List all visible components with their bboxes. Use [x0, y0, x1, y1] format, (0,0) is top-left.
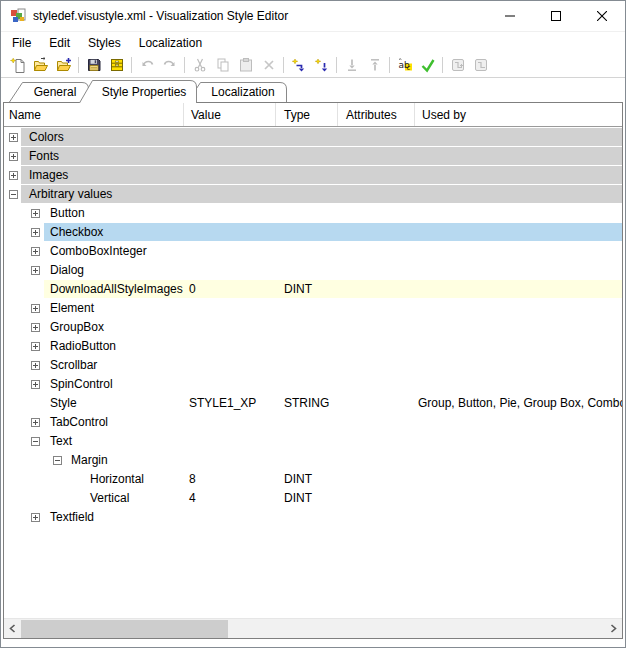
- row-type: DINT: [284, 470, 312, 489]
- table-row[interactable]: TabControl: [4, 413, 622, 432]
- table-row[interactable]: Fonts: [4, 147, 622, 166]
- move-up-icon: [367, 57, 383, 73]
- table-row[interactable]: Text: [4, 432, 622, 451]
- column-header-type[interactable]: Type: [284, 103, 310, 127]
- menu-localization[interactable]: Localization: [130, 32, 211, 53]
- table-row[interactable]: Scrollbar: [4, 356, 622, 375]
- expander-minus-icon[interactable]: [9, 190, 18, 199]
- new-style-property-button[interactable]: [287, 54, 310, 76]
- toolbar-separator: [283, 57, 284, 73]
- localization-export-button: [446, 54, 469, 76]
- new-sub-property-button[interactable]: [310, 54, 333, 76]
- row-used-by: Group, Button, Pie, Group Box, Combo Bo: [418, 394, 622, 413]
- expander-plus-icon[interactable]: [9, 171, 18, 180]
- horizontal-scrollbar[interactable]: [4, 618, 622, 638]
- table-row[interactable]: Horizontal8DINT: [4, 470, 622, 489]
- open-add-file-icon: [56, 57, 72, 73]
- row-name: Scrollbar: [50, 356, 97, 375]
- column-separator[interactable]: [337, 103, 338, 126]
- table-header: NameValueTypeAttributesUsed by: [4, 103, 622, 127]
- expander-plus-icon[interactable]: [31, 228, 40, 237]
- tab-general[interactable]: General: [9, 82, 89, 102]
- expander-plus-icon[interactable]: [31, 380, 40, 389]
- menu-file[interactable]: File: [3, 32, 40, 53]
- open-add-file-button[interactable]: [52, 54, 75, 76]
- column-header-used-by[interactable]: Used by: [422, 103, 466, 127]
- close-button[interactable]: [579, 1, 625, 31]
- delete-button: [257, 54, 280, 76]
- row-name: Colors: [29, 128, 64, 147]
- table-row[interactable]: DownloadAllStyleImages0DINT: [4, 280, 622, 299]
- table-row[interactable]: GroupBox: [4, 318, 622, 337]
- expander-plus-icon[interactable]: [9, 152, 18, 161]
- column-header-attributes[interactable]: Attributes: [346, 103, 397, 127]
- table-row[interactable]: RadioButton: [4, 337, 622, 356]
- expander-minus-icon[interactable]: [31, 437, 40, 446]
- visualization-style-editor-window: styledef.visustyle.xml - Visualization S…: [0, 0, 626, 648]
- table-row[interactable]: Arbitrary values: [4, 185, 622, 204]
- expander-plus-icon[interactable]: [9, 133, 18, 142]
- localization-export-icon: [450, 57, 466, 73]
- table-row[interactable]: SpinControl: [4, 375, 622, 394]
- copy-icon: [215, 57, 231, 73]
- save-archive-icon: [109, 57, 125, 73]
- window-title: styledef.visustyle.xml - Visualization S…: [33, 9, 288, 23]
- tab-style-properties[interactable]: Style Properties: [79, 80, 197, 103]
- scroll-left-button[interactable]: [4, 619, 21, 638]
- column-header-value[interactable]: Value: [191, 103, 221, 127]
- expander-plus-icon[interactable]: [31, 342, 40, 351]
- expander-plus-icon[interactable]: [31, 304, 40, 313]
- open-file-button[interactable]: [29, 54, 52, 76]
- table-row[interactable]: Textfield: [4, 508, 622, 527]
- row-name: Style: [50, 394, 77, 413]
- cut-button: [188, 54, 211, 76]
- maximize-button[interactable]: [533, 1, 579, 31]
- expander-plus-icon[interactable]: [31, 266, 40, 275]
- expander-plus-icon[interactable]: [31, 513, 40, 522]
- table-row[interactable]: Checkbox: [4, 223, 622, 242]
- column-separator[interactable]: [183, 103, 184, 126]
- table-row[interactable]: ComboBoxInteger: [4, 242, 622, 261]
- title-bar: styledef.visustyle.xml - Visualization S…: [1, 1, 625, 31]
- menu-styles[interactable]: Styles: [79, 32, 130, 53]
- localization-import-button: [469, 54, 492, 76]
- expander-minus-icon[interactable]: [53, 456, 62, 465]
- table-row[interactable]: Vertical4DINT: [4, 489, 622, 508]
- row-value: 8: [189, 470, 196, 489]
- expander-plus-icon[interactable]: [31, 418, 40, 427]
- expander-plus-icon[interactable]: [31, 323, 40, 332]
- new-file-button[interactable]: [6, 54, 29, 76]
- row-name: Dialog: [50, 261, 84, 280]
- expander-plus-icon[interactable]: [31, 247, 40, 256]
- move-up-button: [363, 54, 386, 76]
- menu-edit[interactable]: Edit: [40, 32, 79, 53]
- column-header-name[interactable]: Name: [9, 103, 41, 127]
- menu-bar: FileEditStylesLocalization: [1, 31, 625, 53]
- expander-plus-icon[interactable]: [31, 361, 40, 370]
- tab-label: Localization: [201, 82, 285, 102]
- toolbar-separator: [442, 57, 443, 73]
- table-row[interactable]: Colors: [4, 128, 622, 147]
- move-down-button: [340, 54, 363, 76]
- validate-button[interactable]: [416, 54, 439, 76]
- table-row[interactable]: Button: [4, 204, 622, 223]
- tab-localization[interactable]: Localization: [187, 82, 287, 102]
- scrollbar-thumb[interactable]: [21, 620, 228, 638]
- scroll-right-button[interactable]: [605, 619, 622, 638]
- row-name: Fonts: [29, 147, 59, 166]
- table-row[interactable]: Element: [4, 299, 622, 318]
- row-name: RadioButton: [50, 337, 116, 356]
- column-separator[interactable]: [414, 103, 415, 126]
- expander-plus-icon[interactable]: [31, 209, 40, 218]
- row-name: DownloadAllStyleImages: [50, 280, 183, 299]
- table-row[interactable]: Margin: [4, 451, 622, 470]
- row-type: STRING: [284, 394, 329, 413]
- table-row[interactable]: Dialog: [4, 261, 622, 280]
- save-button[interactable]: [82, 54, 105, 76]
- save-archive-button[interactable]: [105, 54, 128, 76]
- minimize-button[interactable]: [487, 1, 533, 31]
- column-separator[interactable]: [275, 103, 276, 126]
- table-row[interactable]: Images: [4, 166, 622, 185]
- rename-button[interactable]: abc: [393, 54, 416, 76]
- table-row[interactable]: StyleSTYLE1_XPSTRINGGroup, Button, Pie, …: [4, 394, 622, 413]
